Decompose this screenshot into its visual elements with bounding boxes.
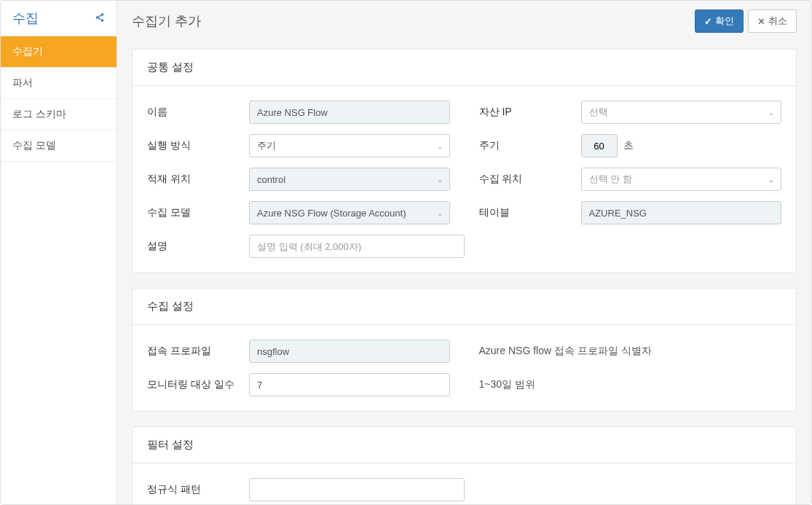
collect-location-label: 수집 위치 — [479, 173, 581, 186]
profile-label: 접속 프로파일 — [147, 345, 249, 358]
form-group-monitoring-days: 모니터링 대상 일수 — [147, 373, 450, 396]
load-location-label: 적재 위치 — [147, 173, 249, 186]
form-group-regex: 정규식 패턴 — [147, 478, 465, 501]
check-icon: ✓ — [704, 16, 712, 27]
collect-model-select[interactable]: Azure NSG Flow (Storage Account) ⌄ — [249, 201, 450, 224]
form-row: 정규식 패턴 — [147, 478, 781, 501]
collect-model-label: 수집 모델 — [147, 206, 249, 219]
run-mode-display: 주기 — [249, 134, 450, 157]
main-header: 수집기 추가 ✓ 확인 ✕ 취소 — [117, 1, 811, 42]
interval-input[interactable] — [581, 134, 618, 157]
panel-body-filter: 정규식 패턴 대상 필드 필터 방식 패턴 매칭된 로그만 수집 — [133, 463, 796, 504]
load-location-select[interactable]: control ⌄ — [249, 168, 450, 191]
confirm-button[interactable]: ✓ 확인 — [695, 9, 744, 33]
cancel-label: 취소 — [768, 15, 787, 28]
form-group-name: 이름 — [147, 101, 450, 124]
load-location-display: control — [249, 168, 450, 191]
collect-location-select[interactable]: 선택 안 함 ⌄ — [581, 168, 782, 191]
form-row: 모니터링 대상 일수 1~30일 범위 — [147, 373, 781, 396]
run-mode-select[interactable]: 주기 ⌄ — [249, 134, 450, 157]
run-mode-label: 실행 방식 — [147, 139, 249, 152]
form-group-monitoring-help: 1~30일 범위 — [479, 373, 782, 396]
panel-header-filter: 필터 설정 — [133, 427, 796, 463]
form-group-load-location: 적재 위치 control ⌄ — [147, 168, 450, 191]
common-settings-panel: 공통 설정 이름 자산 IP 선택 ⌄ — [132, 49, 797, 273]
main-content: 수집기 추가 ✓ 확인 ✕ 취소 공통 설정 이름 — [117, 1, 811, 504]
profile-help-text: Azure NSG flow 접속 프로파일 식별자 — [479, 345, 652, 358]
form-group-interval: 주기 초 — [479, 134, 782, 157]
app-container: 수집 수집기 파서 로그 스키마 수집 모델 수집기 추가 — [0, 0, 812, 505]
name-label: 이름 — [147, 106, 249, 119]
form-group-run-mode: 실행 방식 주기 ⌄ — [147, 134, 450, 157]
form-group-profile: 접속 프로파일 — [147, 340, 450, 363]
name-input[interactable] — [249, 101, 450, 124]
sidebar-item-label: 수집기 — [12, 45, 43, 57]
interval-label: 주기 — [479, 139, 581, 152]
form-group-asset-ip: 자산 IP 선택 ⌄ — [479, 101, 782, 124]
form-group-description: 설명 — [147, 235, 465, 258]
sidebar: 수집 수집기 파서 로그 스키마 수집 모델 — [1, 1, 117, 504]
svg-line-4 — [98, 17, 101, 19]
share-icon[interactable] — [95, 12, 105, 25]
asset-ip-select[interactable]: 선택 ⌄ — [581, 101, 782, 124]
profile-input[interactable] — [249, 340, 450, 363]
form-row: 접속 프로파일 Azure NSG flow 접속 프로파일 식별자 — [147, 340, 781, 363]
close-icon: ✕ — [757, 16, 765, 27]
regex-input[interactable] — [249, 478, 465, 501]
sidebar-item-label: 수집 모델 — [12, 139, 56, 151]
collect-location-display: 선택 안 함 — [581, 168, 782, 191]
monitoring-days-help-text: 1~30일 범위 — [479, 378, 535, 391]
monitoring-days-input[interactable] — [249, 373, 450, 396]
regex-label: 정규식 패턴 — [147, 483, 249, 496]
sidebar-item-collector[interactable]: 수집기 — [1, 36, 117, 68]
filter-settings-panel: 필터 설정 정규식 패턴 대상 필드 필터 방식 — [132, 426, 797, 504]
panel-body-collection: 접속 프로파일 Azure NSG flow 접속 프로파일 식별자 모니터링 … — [133, 325, 796, 411]
sidebar-header: 수집 — [1, 1, 117, 36]
asset-ip-display: 선택 — [581, 101, 782, 124]
form-row: 설명 — [147, 235, 781, 258]
collect-model-display: Azure NSG Flow (Storage Account) — [249, 201, 450, 224]
svg-point-2 — [101, 19, 104, 22]
sidebar-item-collect-model[interactable]: 수집 모델 — [1, 130, 117, 162]
panel-body-common: 이름 자산 IP 선택 ⌄ 실행 방식 — [133, 86, 796, 273]
panel-header-common: 공통 설정 — [133, 50, 796, 86]
description-label: 설명 — [147, 240, 249, 253]
interval-input-group: 초 — [581, 134, 634, 157]
panel-header-collection: 수집 설정 — [133, 289, 796, 325]
sidebar-item-label: 파서 — [12, 77, 33, 88]
sidebar-item-label: 로그 스키마 — [12, 108, 66, 120]
form-row: 실행 방식 주기 ⌄ 주기 초 — [147, 134, 781, 157]
sidebar-menu: 수집기 파서 로그 스키마 수집 모델 — [1, 36, 117, 162]
table-label: 테이블 — [479, 206, 581, 219]
form-group-profile-help: Azure NSG flow 접속 프로파일 식별자 — [479, 340, 782, 363]
form-row: 수집 모델 Azure NSG Flow (Storage Account) ⌄… — [147, 201, 781, 224]
svg-point-0 — [101, 13, 104, 16]
form-group-collect-model: 수집 모델 Azure NSG Flow (Storage Account) ⌄ — [147, 201, 450, 224]
form-row: 이름 자산 IP 선택 ⌄ — [147, 101, 781, 124]
svg-point-1 — [96, 16, 99, 19]
description-input[interactable] — [249, 235, 465, 258]
confirm-label: 확인 — [715, 15, 734, 28]
page-title: 수집기 추가 — [132, 12, 201, 30]
collection-settings-panel: 수집 설정 접속 프로파일 Azure NSG flow 접속 프로파일 식별자… — [132, 288, 797, 412]
action-buttons: ✓ 확인 ✕ 취소 — [695, 9, 797, 33]
form-group-table: 테이블 — [479, 201, 782, 224]
sidebar-item-parser[interactable]: 파서 — [1, 68, 117, 99]
form-row: 적재 위치 control ⌄ 수집 위치 선택 안 함 ⌄ — [147, 168, 781, 191]
monitoring-days-label: 모니터링 대상 일수 — [147, 378, 249, 391]
sidebar-item-log-schema[interactable]: 로그 스키마 — [1, 99, 117, 130]
asset-ip-label: 자산 IP — [479, 106, 581, 119]
table-input[interactable] — [581, 201, 782, 224]
svg-line-3 — [98, 15, 101, 16]
cancel-button[interactable]: ✕ 취소 — [748, 9, 797, 33]
form-group-collect-location: 수집 위치 선택 안 함 ⌄ — [479, 168, 782, 191]
interval-unit: 초 — [623, 139, 634, 152]
sidebar-title: 수집 — [12, 9, 39, 27]
